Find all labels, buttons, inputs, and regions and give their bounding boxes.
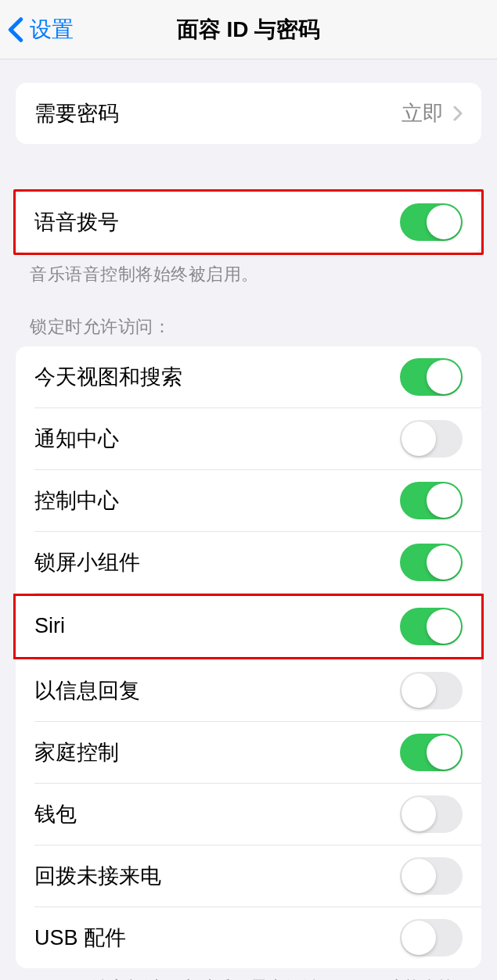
lock-screen-widgets-row: 锁屏小组件 — [16, 532, 481, 593]
reply-with-message-toggle[interactable] — [400, 672, 463, 709]
wallet-label: 钱包 — [34, 800, 77, 828]
voice-dial-highlight: 语音拨号 — [13, 189, 484, 255]
voice-dial-row: 语音拨号 — [16, 192, 481, 253]
usb-accessories-toggle[interactable] — [400, 919, 463, 957]
chevron-right-icon — [453, 106, 463, 121]
siri-highlight: Siri — [16, 594, 481, 659]
return-missed-calls-row: 回拨未接来电 — [16, 845, 481, 906]
lock-access-header: 锁定时允许访问： — [0, 315, 497, 346]
control-center-row: 控制中心 — [16, 470, 481, 531]
notification-center-row: 通知中心 — [16, 408, 481, 469]
home-control-toggle[interactable] — [400, 734, 463, 771]
page-title: 面容 ID 与密码 — [177, 15, 321, 45]
today-view-label: 今天视图和搜索 — [34, 363, 182, 391]
lock-screen-widgets-toggle[interactable] — [400, 544, 463, 581]
usb-accessories-label: USB 配件 — [34, 924, 126, 952]
siri-label: Siri — [34, 614, 65, 638]
today-view-row: 今天视图和搜索 — [16, 346, 481, 407]
chevron-left-icon — [8, 16, 23, 43]
voice-dial-toggle[interactable] — [400, 203, 463, 241]
siri-row: Siri — [16, 596, 481, 657]
siri-toggle[interactable] — [400, 608, 463, 645]
lock-access-group: 今天视图和搜索 通知中心 控制中心 锁屏小组件 — [16, 346, 481, 968]
require-passcode-value: 立即 — [402, 99, 444, 127]
lock-screen-widgets-label: 锁屏小组件 — [34, 548, 140, 576]
return-missed-calls-toggle[interactable] — [400, 857, 463, 895]
voice-dial-label: 语音拨号 — [34, 208, 119, 236]
wallet-toggle[interactable] — [400, 795, 463, 833]
back-label: 设置 — [30, 15, 74, 45]
reply-with-message-label: 以信息回复 — [34, 677, 140, 705]
voice-dial-footer: 音乐语音控制将始终被启用。 — [0, 255, 497, 287]
home-control-row: 家庭控制 — [16, 722, 481, 783]
usb-accessories-footer: iPhone 锁定超过一小时后，需先解锁 iPhone 才能允许 USB 配件连… — [0, 968, 497, 980]
notification-center-toggle[interactable] — [400, 420, 463, 458]
today-view-toggle[interactable] — [400, 358, 463, 396]
navigation-bar: 设置 面容 ID 与密码 — [0, 0, 497, 59]
require-passcode-row[interactable]: 需要密码 立即 — [16, 83, 481, 144]
control-center-label: 控制中心 — [34, 486, 119, 515]
require-passcode-label: 需要密码 — [34, 99, 119, 127]
usb-accessories-row: USB 配件 — [16, 907, 481, 968]
reply-with-message-row: 以信息回复 — [16, 660, 481, 721]
back-button[interactable]: 设置 — [8, 15, 74, 45]
home-control-label: 家庭控制 — [34, 738, 119, 766]
control-center-toggle[interactable] — [400, 482, 463, 519]
notification-center-label: 通知中心 — [34, 425, 119, 453]
return-missed-calls-label: 回拨未接来电 — [34, 862, 161, 890]
wallet-row: 钱包 — [16, 784, 481, 845]
